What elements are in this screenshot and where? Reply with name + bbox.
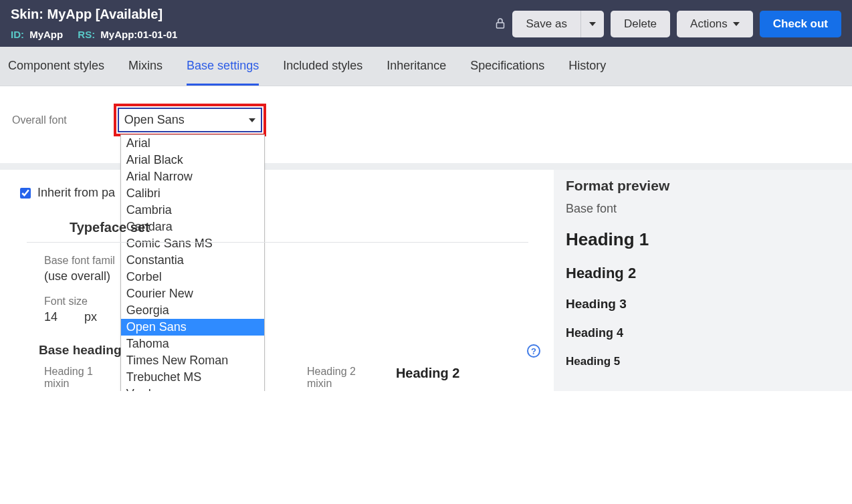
font-option-arial[interactable]: Arial [121,135,264,152]
overall-font-dropdown-highlight: Open Sans Arial Arial Black Arial Narrow… [114,104,266,136]
preview-title: Format preview [566,178,840,194]
tab-mixins[interactable]: Mixins [128,47,163,86]
left-panel: Inherit from pa Typeface set Base font f… [0,170,554,391]
title-name: MyApp [47,7,92,21]
help-icon[interactable]: ? [527,344,540,358]
tab-inheritance[interactable]: Inheritance [387,47,446,86]
tab-history[interactable]: History [568,47,606,86]
svg-rect-0 [497,23,504,28]
overall-font-label: Overall font [12,114,67,126]
actions-button[interactable]: Actions [677,11,753,37]
save-as-caret-button[interactable] [581,11,604,37]
overall-font-selected-value: Open Sans [124,113,185,127]
inherit-label: Inherit from pa [37,186,115,200]
base-font-family-field: Base font famil (use overall) [0,255,554,283]
rs-label: RS: [78,29,95,40]
content-body: Inherit from pa Typeface set Base font f… [0,170,852,391]
preview-heading-3: Heading 3 [566,297,840,311]
checkout-button[interactable]: Check out [760,11,841,37]
inherit-row: Inherit from pa [0,170,554,216]
actions-label: Actions [690,17,728,31]
typeface-section-title: Typeface set [27,216,528,243]
heading2-label-line1: Heading 2 [307,366,356,378]
preview-heading-5: Heading 5 [566,355,840,368]
heading2-preview-sample: Heading 2 [396,366,460,381]
heading1-mixin-label: Heading 1 mixin [44,366,93,390]
overall-font-select[interactable]: Open Sans [118,108,262,132]
chevron-down-icon [249,118,255,122]
id-value: MyApp [29,29,63,40]
preview-heading-1: Heading 1 [566,229,840,250]
font-size-unit: px [84,310,97,324]
headings-row: Heading 1 mixin Heading 2 mixin Heading … [0,366,554,390]
lock-icon [495,17,506,31]
chevron-down-icon [733,22,740,26]
base-heading-title: Base heading [0,336,122,366]
overall-font-row: Overall font Open Sans Arial Arial Black… [0,86,852,170]
base-font-family-value: (use overall) [44,269,554,283]
header: Skin: MyApp [Available] ID: MyApp RS: My… [0,0,852,47]
font-size-field: Font size 14 px [0,295,554,324]
tab-included-styles[interactable]: Included styles [283,47,362,86]
save-as-split: Save as [512,11,603,37]
font-option-arial-black[interactable]: Arial Black [121,152,264,168]
page-title: Skin: MyApp [Available] [11,7,189,22]
save-as-button[interactable]: Save as [512,11,580,37]
preview-heading-4: Heading 4 [566,326,840,340]
tab-base-settings[interactable]: Base settings [187,47,259,86]
preview-heading-2: Heading 2 [566,265,840,282]
id-label: ID: [11,29,24,40]
chevron-down-icon [589,22,596,26]
preview-basefont: Base font [566,202,840,216]
heading1-label-line1: Heading 1 [44,366,93,378]
header-actions: Save as Delete Actions Check out [495,7,841,37]
inherit-checkbox[interactable] [20,188,31,199]
delete-button[interactable]: Delete [611,11,670,37]
tab-bar: Component styles Mixins Base settings In… [0,47,852,86]
heading1-label-line2: mixin [44,378,93,390]
tab-component-styles[interactable]: Component styles [8,47,104,86]
base-font-family-label: Base font famil [44,255,554,267]
font-size-label: Font size [44,295,554,307]
preview-panel: Format preview Base font Heading 1 Headi… [554,170,852,391]
heading2-mixin-label: Heading 2 mixin [307,366,356,390]
font-size-value: 14 [44,310,58,324]
title-status: [Available] [96,7,163,21]
title-prefix: Skin: [11,7,43,21]
rs-value: MyApp:01-01-01 [100,29,177,40]
heading2-label-line2: mixin [307,378,356,390]
header-meta: ID: MyApp RS: MyApp:01-01-01 [11,29,189,40]
header-left: Skin: MyApp [Available] ID: MyApp RS: My… [11,7,189,40]
tab-specifications[interactable]: Specifications [470,47,544,86]
